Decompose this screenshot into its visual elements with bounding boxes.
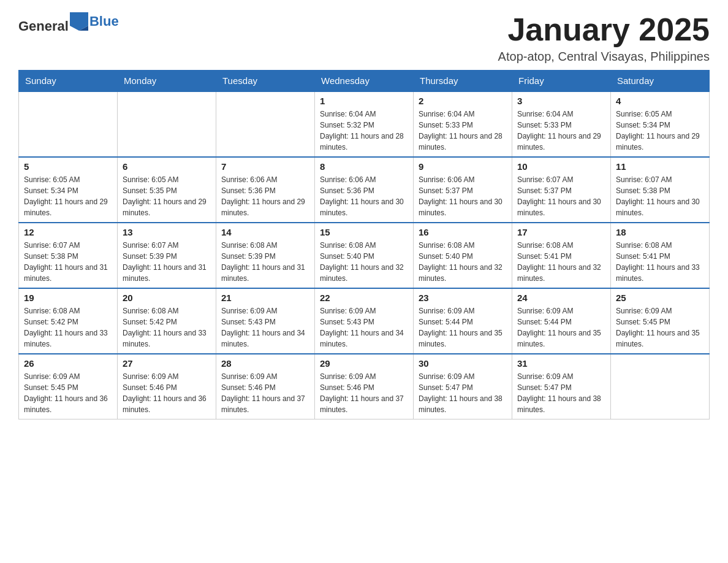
day-info: Sunrise: 6:07 AMSunset: 5:37 PMDaylight:…	[517, 174, 605, 218]
day-info: Sunrise: 6:08 AMSunset: 5:41 PMDaylight:…	[616, 240, 704, 284]
page-subtitle: Atop-atop, Central Visayas, Philippines	[498, 50, 710, 64]
column-header-friday: Friday	[512, 71, 611, 92]
calendar-cell: 27Sunrise: 6:09 AMSunset: 5:46 PMDayligh…	[118, 354, 216, 419]
calendar-cell: 22Sunrise: 6:09 AMSunset: 5:43 PMDayligh…	[315, 288, 414, 354]
day-number: 30	[419, 358, 507, 369]
day-info: Sunrise: 6:09 AMSunset: 5:44 PMDaylight:…	[419, 305, 507, 350]
calendar-cell	[216, 91, 315, 157]
day-number: 14	[221, 227, 309, 237]
day-number: 23	[419, 293, 507, 303]
day-info: Sunrise: 6:07 AMSunset: 5:38 PMDaylight:…	[24, 240, 112, 284]
day-info: Sunrise: 6:09 AMSunset: 5:44 PMDaylight:…	[517, 305, 605, 350]
day-number: 21	[221, 293, 309, 303]
calendar-cell: 31Sunrise: 6:09 AMSunset: 5:47 PMDayligh…	[512, 354, 611, 419]
calendar-cell: 15Sunrise: 6:08 AMSunset: 5:40 PMDayligh…	[315, 223, 414, 288]
day-number: 13	[123, 227, 211, 237]
day-number: 7	[221, 161, 309, 172]
calendar-cell: 21Sunrise: 6:09 AMSunset: 5:43 PMDayligh…	[216, 288, 315, 354]
day-info: Sunrise: 6:09 AMSunset: 5:47 PMDaylight:…	[517, 371, 605, 415]
day-info: Sunrise: 6:08 AMSunset: 5:42 PMDaylight:…	[24, 305, 112, 350]
calendar-cell: 20Sunrise: 6:08 AMSunset: 5:42 PMDayligh…	[118, 288, 216, 354]
day-number: 6	[123, 161, 211, 172]
calendar-cell: 16Sunrise: 6:08 AMSunset: 5:40 PMDayligh…	[414, 223, 512, 288]
calendar-header-row: SundayMondayTuesdayWednesdayThursdayFrid…	[19, 71, 710, 92]
calendar-cell: 23Sunrise: 6:09 AMSunset: 5:44 PMDayligh…	[414, 288, 512, 354]
column-header-thursday: Thursday	[414, 71, 512, 92]
day-number: 17	[517, 227, 605, 237]
day-info: Sunrise: 6:06 AMSunset: 5:36 PMDaylight:…	[320, 174, 408, 218]
calendar-cell: 4Sunrise: 6:05 AMSunset: 5:34 PMDaylight…	[611, 91, 710, 157]
day-number: 15	[320, 227, 408, 237]
calendar-cell: 7Sunrise: 6:06 AMSunset: 5:36 PMDaylight…	[216, 157, 315, 223]
day-number: 25	[616, 293, 704, 303]
day-info: Sunrise: 6:07 AMSunset: 5:38 PMDaylight:…	[616, 174, 704, 218]
calendar-cell: 6Sunrise: 6:05 AMSunset: 5:35 PMDaylight…	[118, 157, 216, 223]
day-info: Sunrise: 6:08 AMSunset: 5:39 PMDaylight:…	[221, 240, 309, 284]
day-number: 26	[24, 358, 112, 369]
day-info: Sunrise: 6:09 AMSunset: 5:43 PMDaylight:…	[320, 305, 408, 350]
week-row-1: 1Sunrise: 6:04 AMSunset: 5:32 PMDaylight…	[19, 91, 710, 157]
day-number: 22	[320, 293, 408, 303]
day-number: 11	[616, 161, 704, 172]
day-info: Sunrise: 6:04 AMSunset: 5:33 PMDaylight:…	[517, 109, 605, 153]
calendar-cell: 11Sunrise: 6:07 AMSunset: 5:38 PMDayligh…	[611, 157, 710, 223]
day-number: 27	[123, 358, 211, 369]
calendar-cell: 1Sunrise: 6:04 AMSunset: 5:32 PMDaylight…	[315, 91, 414, 157]
calendar-cell	[19, 91, 118, 157]
calendar-cell: 13Sunrise: 6:07 AMSunset: 5:39 PMDayligh…	[118, 223, 216, 288]
week-row-5: 26Sunrise: 6:09 AMSunset: 5:45 PMDayligh…	[19, 354, 710, 419]
calendar-cell: 17Sunrise: 6:08 AMSunset: 5:41 PMDayligh…	[512, 223, 611, 288]
day-number: 19	[24, 293, 112, 303]
day-info: Sunrise: 6:06 AMSunset: 5:37 PMDaylight:…	[419, 174, 507, 218]
day-info: Sunrise: 6:08 AMSunset: 5:40 PMDaylight:…	[320, 240, 408, 284]
day-info: Sunrise: 6:08 AMSunset: 5:42 PMDaylight:…	[123, 305, 211, 350]
calendar-cell: 10Sunrise: 6:07 AMSunset: 5:37 PMDayligh…	[512, 157, 611, 223]
calendar-cell: 12Sunrise: 6:07 AMSunset: 5:38 PMDayligh…	[19, 223, 118, 288]
page-title: January 2025	[498, 12, 710, 47]
calendar-cell: 14Sunrise: 6:08 AMSunset: 5:39 PMDayligh…	[216, 223, 315, 288]
day-number: 1	[320, 96, 408, 106]
day-info: Sunrise: 6:09 AMSunset: 5:43 PMDaylight:…	[221, 305, 309, 350]
day-number: 4	[616, 96, 704, 106]
day-number: 2	[419, 96, 507, 106]
calendar-cell: 8Sunrise: 6:06 AMSunset: 5:36 PMDaylight…	[315, 157, 414, 223]
day-number: 3	[517, 96, 605, 106]
day-number: 29	[320, 358, 408, 369]
calendar-cell	[118, 91, 216, 157]
calendar-cell: 25Sunrise: 6:09 AMSunset: 5:45 PMDayligh…	[611, 288, 710, 354]
column-header-sunday: Sunday	[19, 71, 118, 92]
day-info: Sunrise: 6:09 AMSunset: 5:47 PMDaylight:…	[419, 371, 507, 415]
day-info: Sunrise: 6:08 AMSunset: 5:41 PMDaylight:…	[517, 240, 605, 284]
day-number: 5	[24, 161, 112, 172]
page-header: General Blue January 2025 Atop-atop, Cen…	[18, 12, 710, 64]
day-info: Sunrise: 6:05 AMSunset: 5:34 PMDaylight:…	[616, 109, 704, 153]
calendar-cell: 2Sunrise: 6:04 AMSunset: 5:33 PMDaylight…	[414, 91, 512, 157]
day-info: Sunrise: 6:09 AMSunset: 5:45 PMDaylight:…	[24, 371, 112, 415]
calendar-cell: 9Sunrise: 6:06 AMSunset: 5:37 PMDaylight…	[414, 157, 512, 223]
day-number: 24	[517, 293, 605, 303]
day-number: 31	[517, 358, 605, 369]
day-info: Sunrise: 6:06 AMSunset: 5:36 PMDaylight:…	[221, 174, 309, 218]
column-header-saturday: Saturday	[611, 71, 710, 92]
day-number: 16	[419, 227, 507, 237]
column-header-tuesday: Tuesday	[216, 71, 315, 92]
day-info: Sunrise: 6:04 AMSunset: 5:32 PMDaylight:…	[320, 109, 408, 153]
calendar-cell: 18Sunrise: 6:08 AMSunset: 5:41 PMDayligh…	[611, 223, 710, 288]
calendar-cell: 24Sunrise: 6:09 AMSunset: 5:44 PMDayligh…	[512, 288, 611, 354]
calendar-cell: 29Sunrise: 6:09 AMSunset: 5:46 PMDayligh…	[315, 354, 414, 419]
day-number: 20	[123, 293, 211, 303]
day-info: Sunrise: 6:07 AMSunset: 5:39 PMDaylight:…	[123, 240, 211, 284]
calendar-cell: 3Sunrise: 6:04 AMSunset: 5:33 PMDaylight…	[512, 91, 611, 157]
logo: General Blue	[18, 12, 119, 34]
calendar-cell: 19Sunrise: 6:08 AMSunset: 5:42 PMDayligh…	[19, 288, 118, 354]
column-header-monday: Monday	[118, 71, 216, 92]
day-info: Sunrise: 6:05 AMSunset: 5:35 PMDaylight:…	[123, 174, 211, 218]
day-info: Sunrise: 6:09 AMSunset: 5:46 PMDaylight:…	[221, 371, 309, 415]
calendar-cell	[611, 354, 710, 419]
logo-icon	[70, 12, 88, 31]
calendar-cell: 28Sunrise: 6:09 AMSunset: 5:46 PMDayligh…	[216, 354, 315, 419]
calendar-cell: 26Sunrise: 6:09 AMSunset: 5:45 PMDayligh…	[19, 354, 118, 419]
day-info: Sunrise: 6:08 AMSunset: 5:40 PMDaylight:…	[419, 240, 507, 284]
day-info: Sunrise: 6:05 AMSunset: 5:34 PMDaylight:…	[24, 174, 112, 218]
day-info: Sunrise: 6:09 AMSunset: 5:46 PMDaylight:…	[123, 371, 211, 415]
